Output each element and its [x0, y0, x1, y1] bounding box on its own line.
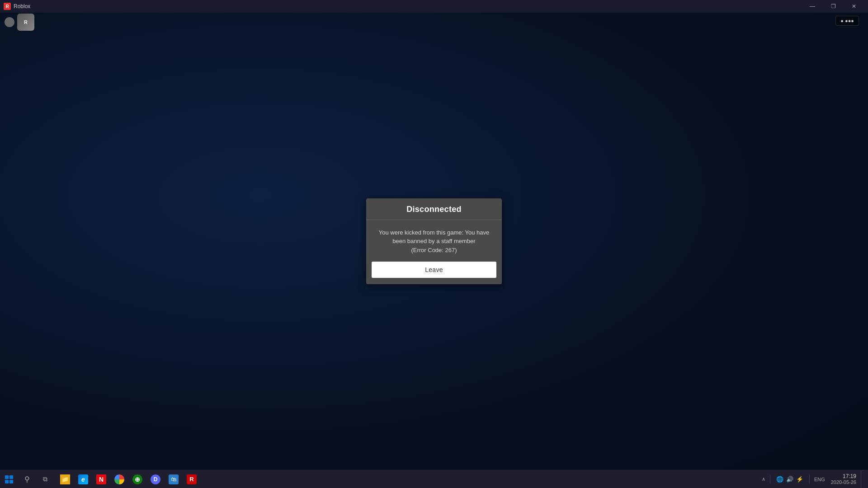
- explorer-icon: 📁: [60, 474, 70, 484]
- titlebar-controls: — ❐ ✕: [802, 0, 864, 13]
- system-icons: 🌐 🔊 ⚡: [774, 476, 806, 483]
- roblox-icon: R: [187, 474, 197, 484]
- files-icon: 🛍: [169, 474, 179, 484]
- tray-divider-2: [809, 475, 810, 484]
- netflix-icon: N: [96, 474, 106, 484]
- win-sq-4: [9, 480, 13, 483]
- clock-time: 17:19: [831, 473, 856, 479]
- taskbar-apps: 📁 e N ⊕ D 🛍 R: [54, 470, 760, 488]
- dialog-message: You were kicked from this game: You have…: [375, 228, 493, 255]
- taskbar: ⚲ ⧉ 📁 e N ⊕ D 🛍: [0, 470, 868, 488]
- taskbar-search-button[interactable]: ⚲: [18, 470, 36, 488]
- chrome-icon: [114, 474, 124, 484]
- edge-icon: e: [78, 474, 88, 484]
- dialog-header: Disconnected: [366, 198, 502, 220]
- titlebar-title: Roblox: [14, 3, 30, 9]
- dialog-title: Disconnected: [406, 205, 462, 214]
- win-sq-1: [5, 475, 9, 479]
- taskview-button[interactable]: ⧉: [36, 470, 54, 488]
- battery-icon[interactable]: ⚡: [796, 476, 803, 483]
- system-clock[interactable]: 17:19 2020-05-26: [828, 473, 859, 486]
- taskbar-app-xbox[interactable]: ⊕: [128, 470, 146, 488]
- search-icon: ⚲: [24, 475, 30, 483]
- start-button[interactable]: [0, 470, 18, 488]
- taskbar-app-chrome[interactable]: [110, 470, 128, 488]
- discord-icon: D: [151, 474, 160, 484]
- xbox-icon: ⊕: [132, 474, 142, 484]
- app-icon: R: [4, 3, 11, 10]
- taskbar-app-files[interactable]: 🛍: [165, 470, 183, 488]
- taskbar-app-discord[interactable]: D: [146, 470, 165, 488]
- leave-button[interactable]: Leave: [372, 262, 496, 278]
- taskbar-app-explorer[interactable]: 📁: [56, 470, 74, 488]
- taskbar-app-roblox[interactable]: R: [183, 470, 201, 488]
- taskview-icon: ⧉: [43, 475, 47, 483]
- dialog-overlay: Disconnected You were kicked from this g…: [0, 13, 868, 470]
- dialog-body: You were kicked from this game: You have…: [366, 220, 502, 262]
- taskbar-app-netflix[interactable]: N: [92, 470, 110, 488]
- titlebar-left: R Roblox: [4, 3, 30, 10]
- close-button[interactable]: ✕: [844, 0, 864, 13]
- minimize-button[interactable]: —: [802, 0, 823, 13]
- windows-icon: [5, 475, 13, 483]
- taskbar-right: ∧ 🌐 🔊 ⚡ ENG 17:19 2020-05-26: [760, 470, 868, 488]
- network-icon[interactable]: 🌐: [776, 476, 783, 483]
- win-sq-3: [5, 480, 9, 483]
- clock-date: 2020-05-26: [831, 479, 856, 485]
- tray-divider: [770, 475, 770, 484]
- win-sq-2: [9, 475, 13, 479]
- language-label[interactable]: ENG: [813, 477, 826, 482]
- show-desktop-button[interactable]: [861, 470, 864, 488]
- volume-icon[interactable]: 🔊: [786, 476, 793, 483]
- taskbar-app-edge[interactable]: e: [74, 470, 92, 488]
- dialog-footer: Leave: [366, 262, 502, 284]
- restore-button[interactable]: ❐: [823, 0, 844, 13]
- system-tray-chevron[interactable]: ∧: [760, 476, 767, 482]
- disconnected-dialog: Disconnected You were kicked from this g…: [366, 198, 502, 285]
- titlebar: R Roblox — ❐ ✕: [0, 0, 868, 13]
